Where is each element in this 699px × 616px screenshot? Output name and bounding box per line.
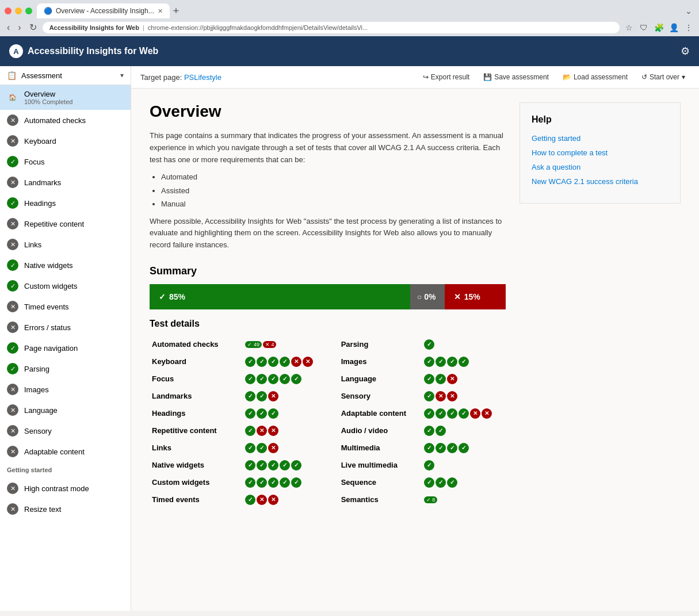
sidebar-item-label: Automated checks [24,116,86,125]
sidebar-item-label: Images [24,385,49,394]
test-icon-pass: ✓ [447,443,457,453]
sidebar-item-automated-checks[interactable]: ✕Automated checks [0,110,131,131]
test-name-right: Multimedia [327,439,422,457]
profile-icon[interactable]: 👤 [668,22,679,33]
test-icons-right: ✓ 8 [422,491,506,508]
target-page-link[interactable]: PSLifestyle [184,73,221,82]
description-1: This page contains a summary that indica… [150,130,506,166]
pass-bar: 85% [150,284,410,309]
save-assessment-button[interactable]: 💾 Save assessment [479,71,553,83]
test-icon-pass: ✓ [291,460,301,470]
test-icons-left: ✓✓✓✓✕✕ [243,353,327,370]
folder-icon: 📂 [563,73,571,81]
window-minimize[interactable] [15,7,22,14]
page-title: Overview [150,102,506,121]
sidebar-item-label: Language [24,406,58,415]
security-icon[interactable]: 🛡 [638,22,650,33]
test-icon-pass: ✓ [424,460,434,470]
test-name-left: Landmarks [150,388,243,405]
test-icons-left: ✓ 49✕ 4 [243,336,327,353]
sidebar-item-landmarks[interactable]: ✕Landmarks [0,172,131,193]
start-over-button[interactable]: ↺ Start over ▾ [637,71,690,83]
sidebar-item-images[interactable]: ✕Images [0,379,131,400]
sidebar-item-resize-text[interactable]: ✕Resize text [0,499,131,519]
bookmark-icon[interactable]: ☆ [623,22,635,33]
sidebar-item-parsing[interactable]: ✓Parsing [0,358,131,379]
tab-list-button[interactable]: ⌄ [685,6,694,16]
sidebar-item-sensory[interactable]: ✕Sensory [0,420,131,441]
bullet-automated: Automated [161,170,506,183]
sidebar-item-label: Timed events [24,303,69,311]
settings-icon[interactable]: ⚙ [681,45,690,58]
sidebar-item-errors-/-status[interactable]: ✕Errors / status [0,317,131,338]
status-icon-pass: ✓ [7,197,18,209]
sidebar-item-headings[interactable]: ✓Headings [0,193,131,213]
export-button[interactable]: ↪ Export result [418,71,474,83]
test-icon-pass: ✓ [436,374,446,384]
export-icon: ↪ [423,73,429,81]
sidebar-item-label: Parsing [24,365,49,373]
sidebar-item-repetitive-content[interactable]: ✕Repetitive content [0,213,131,234]
load-assessment-button[interactable]: 📂 Load assessment [558,71,632,83]
test-icon-pass: ✓ [424,477,434,488]
sidebar-item-language[interactable]: ✕Language [0,400,131,420]
test-icon-fail: ✕ [268,443,278,453]
tab-favicon: 🔵 [44,7,52,15]
sidebar-item-high-contrast-mode[interactable]: ✕High contrast mode [0,478,131,499]
overview-item-text: Overview 100% Completed [24,90,72,105]
window-close[interactable] [5,7,12,14]
getting-started-nav: ✕High contrast mode✕Resize text [0,478,131,519]
sidebar-item-keyboard[interactable]: ✕Keyboard [0,131,131,151]
table-row: Focus✓✓✓✓✓Language✓✓✕ [150,370,506,388]
browser-chrome: 🔵 Overview - Accessibility Insigh... ✕ +… [0,0,699,36]
window-maximize[interactable] [25,7,32,14]
help-box: Help Getting startedHow to complete a te… [520,102,681,204]
table-row: Custom widgets✓✓✓✓✓Sequence✓✓✓ [150,474,506,491]
test-icon-pass: ✓ [268,357,278,367]
address-sep: | [143,24,144,31]
sidebar-item-focus[interactable]: ✓Focus [0,151,131,172]
help-title: Help [532,114,669,125]
sidebar-item-timed-events[interactable]: ✕Timed events [0,296,131,317]
overview-label: Overview [24,90,72,98]
test-icons-right: ✓✓✓✓ [422,353,506,370]
menu-icon[interactable]: ⋮ [683,22,694,33]
test-icon-pass: ✓ [268,374,278,384]
restart-icon: ↺ [641,73,647,81]
test-icons-left: ✓✓✓✓✓ [243,457,327,474]
test-icons-left: ✓✓✓✓✓ [243,370,327,388]
forward-button[interactable]: › [16,21,23,34]
sidebar-item-label: High contrast mode [24,484,89,493]
help-link[interactable]: New WCAG 2.1 success criteria [532,177,669,186]
sidebar-item-label: Landmarks [24,178,61,187]
assessment-icon: 📋 [7,71,17,80]
test-icon-fail: ✕ [268,391,278,401]
extensions-icon[interactable]: 🧩 [653,22,664,33]
sidebar-item-overview[interactable]: 🏠 Overview 100% Completed [0,85,131,110]
assessment-dropdown[interactable]: 📋 Assessment ▾ [0,66,131,85]
overview-sublabel: 100% Completed [24,98,72,105]
refresh-button[interactable]: ↻ [27,21,39,34]
test-icons-left: ✓✓✕ [243,439,327,457]
status-icon-fail: ✕ [7,483,18,494]
help-link[interactable]: Ask a question [532,163,669,171]
save-icon: 💾 [483,73,492,81]
status-icon-fail: ✕ [7,239,18,250]
back-button[interactable]: ‹ [5,21,12,34]
help-link[interactable]: How to complete a test [532,148,669,157]
sidebar-item-links[interactable]: ✕Links [0,234,131,255]
table-row: Landmarks✓✓✕Sensory✓✕✕ [150,388,506,405]
browser-tab[interactable]: 🔵 Overview - Accessibility Insigh... ✕ [37,3,170,18]
sidebar-item-label: Repetitive content [24,220,84,228]
status-icon-fail: ✕ [7,114,18,126]
sidebar-item-custom-widgets[interactable]: ✓Custom widgets [0,276,131,296]
address-bar[interactable]: Accessibility Insights for Web | chrome-… [43,22,620,33]
sidebar-item-label: Custom widgets [24,282,77,290]
tab-close[interactable]: ✕ [158,7,163,15]
sidebar-item-page-navigation[interactable]: ✓Page navigation [0,338,131,358]
sidebar-item-native-widgets[interactable]: ✓Native widgets [0,255,131,276]
sidebar-item-adaptable-content[interactable]: ✕Adaptable content [0,441,131,462]
help-link[interactable]: Getting started [532,134,669,143]
new-tab-button[interactable]: + [173,5,179,17]
status-icon-fail: ✕ [7,404,18,416]
